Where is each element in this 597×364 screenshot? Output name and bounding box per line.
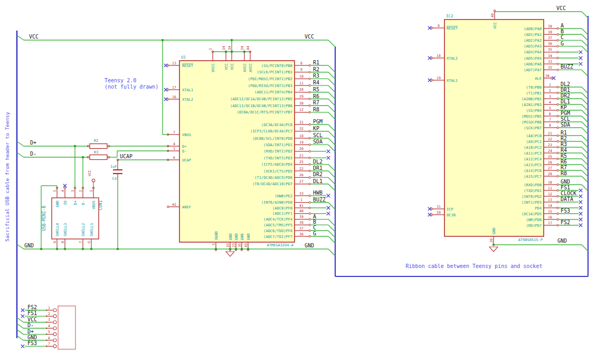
- net-label[interactable]: SDA: [313, 139, 323, 145]
- net-label[interactable]: DR2: [561, 93, 570, 99]
- net-label-ic2-gnd[interactable]: GND: [557, 238, 567, 244]
- pin-number: 8: [300, 61, 302, 65]
- net-label[interactable]: SCL: [561, 116, 570, 122]
- net-label[interactable]: D-: [27, 322, 34, 328]
- net-label[interactable]: DL1: [313, 178, 323, 184]
- net-label[interactable]: DL2: [313, 159, 323, 165]
- r3-ref[interactable]: R3: [94, 150, 98, 155]
- net-label-vcc-right[interactable]: VCC: [305, 34, 314, 40]
- pin-number: 29: [437, 210, 441, 215]
- c4-value[interactable]: 1uF: [110, 165, 117, 169]
- usb-value[interactable]: USB-MINI-B: [42, 206, 46, 231]
- pin-end: [557, 158, 558, 159]
- net-label[interactable]: FS1: [561, 185, 570, 190]
- net-label[interactable]: C: [313, 225, 316, 231]
- net-label[interactable]: GND: [561, 179, 570, 185]
- conn7-pin-circle: [53, 339, 56, 342]
- net-label-gnd-left[interactable]: GND: [24, 243, 34, 248]
- net-label[interactable]: FS2: [561, 219, 570, 225]
- net-label-ucap[interactable]: UCAP: [120, 154, 132, 159]
- net-label[interactable]: R3: [561, 141, 567, 147]
- net-label[interactable]: R8: [561, 170, 567, 176]
- net-label[interactable]: FS2: [27, 304, 37, 310]
- net-label[interactable]: DL1: [561, 99, 570, 104]
- net-label[interactable]: FS1: [27, 310, 37, 316]
- net-label-ic2-vcc[interactable]: VCC: [556, 5, 566, 11]
- pin-end: [309, 230, 310, 232]
- net-label[interactable]: R2: [561, 136, 567, 141]
- net-label[interactable]: KP: [561, 104, 567, 110]
- net-label[interactable]: R8: [313, 107, 319, 112]
- net-label[interactable]: FS3: [561, 208, 570, 214]
- net-label[interactable]: DR1: [561, 87, 570, 93]
- net-label[interactable]: R4: [313, 80, 319, 85]
- pin-name: (INT6/AIN0)PE6: [261, 200, 292, 205]
- teensy-note-line1[interactable]: Teensy 2.0: [105, 78, 136, 83]
- conn7-body[interactable]: [58, 306, 75, 349]
- pin-end: [309, 164, 310, 165]
- net-label[interactable]: D+: [27, 329, 34, 334]
- usb-vcc-symbol-label[interactable]: VCC: [88, 170, 92, 176]
- net-label-dplus[interactable]: D+: [30, 140, 36, 146]
- teensy-note-line2[interactable]: (not fully drawn): [105, 84, 158, 90]
- net-label-vcc-left[interactable]: VCC: [29, 34, 39, 40]
- net-label[interactable]: VCC: [27, 317, 37, 322]
- net-label[interactable]: R7: [313, 100, 319, 106]
- pin-name: XTAL2: [447, 56, 458, 61]
- net-label[interactable]: PGM: [313, 119, 323, 124]
- net-label[interactable]: C: [561, 34, 564, 40]
- r2-ref[interactable]: R2: [94, 139, 98, 143]
- ic2-ref[interactable]: IC2: [446, 14, 453, 18]
- net-label-dminus[interactable]: D-: [30, 151, 36, 157]
- ic2-part[interactable]: AT90S8515-P: [518, 238, 543, 242]
- net-label[interactable]: DL2: [561, 81, 570, 87]
- net-label[interactable]: R5: [313, 87, 319, 92]
- net-label[interactable]: R1: [561, 130, 567, 136]
- net-label[interactable]: G: [313, 231, 316, 236]
- net-label[interactable]: DATA: [561, 196, 573, 202]
- net-label-gnd-right[interactable]: GND: [305, 243, 314, 248]
- ribbon-note[interactable]: Ribbon cable between Teensy pins and soc…: [406, 263, 543, 269]
- net-label[interactable]: R4: [561, 147, 567, 153]
- pin-name: RESET: [182, 64, 194, 68]
- net-label[interactable]: DR2: [313, 171, 323, 177]
- net-label[interactable]: R2: [313, 66, 319, 72]
- pin-number: 13: [172, 61, 176, 65]
- net-label[interactable]: HWB: [313, 190, 323, 196]
- net-label[interactable]: A: [313, 214, 316, 219]
- net-label[interactable]: GND: [27, 334, 37, 340]
- net-label[interactable]: R1: [313, 60, 319, 65]
- wire: [328, 225, 335, 232]
- net-label[interactable]: PGM: [561, 110, 570, 116]
- pin-name: D-: [81, 200, 86, 205]
- r3-body[interactable]: [90, 155, 107, 160]
- net-label[interactable]: R5: [561, 153, 567, 159]
- net-label[interactable]: BUZZ: [313, 197, 326, 203]
- net-label[interactable]: DR1: [313, 165, 323, 171]
- net-label[interactable]: SCL: [313, 132, 323, 138]
- net-label[interactable]: R7: [561, 165, 567, 170]
- net-label[interactable]: BUZZ: [561, 64, 573, 70]
- left-bus-note[interactable]: Sacrificial USB cable from header to Tee…: [4, 112, 10, 242]
- net-label[interactable]: CLOCK: [561, 190, 576, 196]
- pin-number: 35: [238, 243, 242, 247]
- pin-name: VCC: [230, 63, 234, 70]
- net-label[interactable]: R3: [313, 73, 319, 79]
- u1-part[interactable]: ATMEGA32U4-A: [267, 243, 293, 247]
- u1-ref[interactable]: U1: [181, 55, 186, 60]
- net-label[interactable]: FS3: [27, 340, 37, 346]
- net-label[interactable]: KP: [313, 126, 319, 131]
- r2-body[interactable]: [90, 144, 107, 149]
- c4-ref[interactable]: C4: [112, 177, 117, 181]
- net-label[interactable]: SDA: [561, 122, 570, 128]
- wire: [328, 112, 335, 119]
- net-label[interactable]: R6: [561, 159, 567, 165]
- pin-name: VBUS: [92, 200, 96, 209]
- pin-name: SHELL1: [90, 223, 94, 236]
- net-label[interactable]: G: [561, 41, 564, 46]
- net-label[interactable]: B: [561, 28, 564, 34]
- net-label[interactable]: B: [313, 219, 316, 225]
- net-label[interactable]: R6: [313, 93, 319, 99]
- schematic-canvas[interactable]: Sacrificial USB cable from header to Tee…: [0, 0, 597, 364]
- net-label[interactable]: A: [561, 23, 564, 28]
